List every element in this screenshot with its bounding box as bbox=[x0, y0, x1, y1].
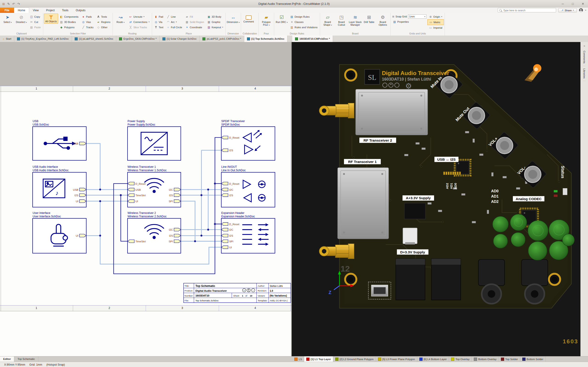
properties-button[interactable]: ▤Properties bbox=[391, 19, 427, 24]
filter-regions[interactable]: ▰Regions bbox=[95, 19, 112, 25]
close-button[interactable]: ✕ bbox=[578, 0, 588, 8]
sheet-port[interactable]: I2C bbox=[169, 228, 181, 231]
tab-tools[interactable]: Tools bbox=[58, 8, 72, 13]
sheet-port[interactable]: I2C bbox=[221, 188, 233, 191]
tab-view[interactable]: View bbox=[29, 8, 43, 13]
polygon-pour-button[interactable]: ▰ Polygon Pour ▾ bbox=[259, 14, 273, 27]
panel-tab-comments[interactable]: Comments bbox=[583, 49, 586, 66]
sheet-port[interactable]: SPI bbox=[221, 240, 233, 242]
filter-polygons[interactable]: ◆Polygons bbox=[58, 25, 80, 30]
sheet-symbol-wireless-transceiver-1[interactable]: Wireless Transceiver 1 Wireless Transcei… bbox=[128, 165, 181, 207]
copy-button[interactable]: ◫Copy bbox=[28, 14, 42, 19]
top-schematic-tab[interactable]: Top Schematic bbox=[14, 357, 38, 362]
maximize-button[interactable]: □ bbox=[568, 0, 578, 8]
slice-tracks-button[interactable]: ╳Slice Tracks bbox=[127, 25, 151, 30]
sheet-port[interactable]: I2C bbox=[221, 228, 233, 231]
filter-3d-bodies[interactable]: ▧3D Bodies bbox=[58, 19, 80, 25]
tab-project[interactable]: Project bbox=[42, 8, 58, 13]
rf-shield-2[interactable] bbox=[356, 89, 428, 135]
place-pad[interactable]: ▮Pad bbox=[153, 14, 165, 19]
layer-tab-l3-power[interactable]: [5] L3 Power Plane Polygon bbox=[376, 357, 417, 362]
place-arc[interactable]: ◠Arc ▾ bbox=[165, 19, 184, 25]
cut-button[interactable]: ✂Cut bbox=[28, 19, 42, 25]
doc-tab-pcb[interactable]: 1603DAT10.CMPcbDoc * bbox=[292, 36, 333, 42]
place-line[interactable]: ╱Line bbox=[165, 14, 184, 19]
layer-tab-top-overlay[interactable]: Top Overlay bbox=[449, 357, 472, 362]
doc-tab[interactable]: jsLabPS3_pcb1.CMPcbDoc * bbox=[200, 36, 244, 42]
deselect-button[interactable]: ⊘ Deselect ▾ bbox=[15, 14, 28, 24]
sheet-port[interactable]: D_Reset bbox=[128, 182, 146, 185]
doc-tab-start[interactable]: ⌂Start bbox=[0, 36, 14, 42]
sheet-port[interactable]: UI bbox=[76, 200, 86, 203]
select-button[interactable]: ➤ Select ▾ bbox=[1, 14, 15, 24]
run-drc-button[interactable]: ☑ Run DRC ▾ bbox=[275, 14, 289, 24]
rf-shield-1[interactable] bbox=[337, 167, 389, 239]
d-supply-regulator[interactable] bbox=[403, 228, 417, 244]
filter-other[interactable]: ◇Other bbox=[95, 25, 112, 30]
board-shape-button[interactable]: ▱Board Shape ▾ bbox=[321, 14, 335, 27]
pcb-3d-view[interactable]: 12 bbox=[292, 42, 580, 356]
rules-violations-button[interactable]: ▥Rules and Violations bbox=[289, 25, 319, 30]
sheet-port[interactable]: SPI bbox=[169, 200, 181, 203]
avatar[interactable] bbox=[579, 8, 583, 12]
sheet-symbol-wireless-transceiver-2[interactable]: Wireless Transceiver 2 Wireless Transcei… bbox=[128, 211, 181, 253]
sheet-port[interactable]: I2S bbox=[169, 234, 181, 237]
sheet-port[interactable]: UI bbox=[128, 200, 138, 203]
sheet-port[interactable]: D_Reset bbox=[221, 182, 239, 185]
place-graphic[interactable]: ▦Graphic bbox=[206, 19, 225, 25]
layer-tab-top-solder[interactable]: Top Solder bbox=[499, 357, 520, 362]
layer-stack-manager-button[interactable]: ≋Layer Stack Manager bbox=[348, 14, 362, 27]
header-connector[interactable] bbox=[432, 259, 461, 300]
audio-jack[interactable] bbox=[522, 259, 548, 304]
board-cutout-button[interactable]: ◳Board Cutout bbox=[335, 14, 348, 27]
sheet-port[interactable]: USB bbox=[128, 188, 141, 191]
editor-tab[interactable]: Editor bbox=[0, 357, 14, 362]
dimension-button[interactable]: ↔ Dimension ▾ bbox=[226, 14, 240, 24]
place-keepout[interactable]: ▨Keepout ▾ bbox=[206, 25, 225, 30]
layer-tab-bottom-overlay[interactable]: Bottom Overlay bbox=[472, 357, 499, 362]
filter-texts[interactable]: ATexts bbox=[95, 14, 112, 19]
doc-tab[interactable]: [1] TinyKey_ErgoDox_PAD_Left.SchDoc bbox=[14, 36, 72, 42]
pcb-3d-editor[interactable]: 12 bbox=[292, 42, 580, 356]
header-connector[interactable] bbox=[396, 259, 425, 300]
layer-tab-bottom-solder[interactable]: Bottom Solder bbox=[520, 357, 546, 362]
sheet-port[interactable]: D_Reset bbox=[221, 136, 239, 139]
sheet-port[interactable]: D_Reset bbox=[221, 222, 239, 225]
sheet-port[interactable]: USB bbox=[73, 188, 86, 191]
minimize-button[interactable]: ─ bbox=[558, 0, 568, 8]
comment-button[interactable]: Comment bbox=[242, 14, 256, 24]
design-rules-button[interactable]: ▤Design Rules bbox=[289, 14, 319, 19]
imperial-button[interactable]: ▭Imperial bbox=[427, 25, 444, 30]
sheet-symbol-power-supply[interactable]: Power Supply Power Supply.SchDoc bbox=[128, 120, 181, 160]
connections-button[interactable]: ⇄Connections ▾ bbox=[127, 19, 151, 25]
sheet-symbol-spdif[interactable]: SPDIF Transceiver SPDIF.SchDoc D bbox=[221, 120, 275, 160]
share-button[interactable]: ↗ Share▾ bbox=[558, 8, 577, 12]
sheet-port[interactable]: I2S bbox=[169, 194, 181, 197]
doc-tab[interactable]: ErgoDox_GKA.CMPcbDoc * bbox=[116, 36, 159, 42]
search-box[interactable] bbox=[498, 8, 556, 12]
file-menu-button[interactable]: File bbox=[0, 8, 14, 13]
layer-tab-l4-bottom[interactable]: [6] L4 Bottom Layer bbox=[417, 357, 449, 362]
place-full-circle[interactable]: ○Full Circle bbox=[165, 25, 184, 30]
account-menu-caret[interactable]: ▾ bbox=[585, 9, 586, 11]
layer-tab-l1-top[interactable]: [1] L1 Top Layer bbox=[304, 357, 333, 362]
layer-tab-ls[interactable]: LS bbox=[292, 357, 304, 362]
sheet-port[interactable]: UI bbox=[76, 234, 86, 237]
tab-outputs[interactable]: Outputs bbox=[72, 8, 89, 13]
sheet-symbol-usb[interactable]: USB USB.SchDoc US bbox=[33, 120, 86, 160]
sheet-port[interactable]: TimeSlot bbox=[128, 240, 146, 242]
sheet-symbol-line-in-out[interactable]: Line IN/OUT Line In Out.SchDoc D_Reset I… bbox=[221, 165, 275, 207]
sheet-port[interactable]: UI bbox=[221, 246, 232, 249]
filter-pads[interactable]: ●Pads bbox=[80, 14, 95, 19]
panel-tab-libraries[interactable]: Libraries bbox=[583, 66, 586, 81]
snap-grid-select[interactable]: 1mm▾ bbox=[408, 15, 426, 19]
board-options-button[interactable]: ⚙Board Options bbox=[376, 14, 390, 27]
sheet-port[interactable]: I2C bbox=[169, 188, 181, 191]
unroute-button[interactable]: ↜Unroute ▾ bbox=[127, 14, 151, 19]
sheet-port[interactable]: I2S bbox=[221, 194, 233, 197]
filter-tracks[interactable]: ╱Tracks bbox=[80, 25, 95, 30]
metric-button[interactable]: ▭Metric bbox=[427, 19, 444, 25]
sheet-symbol-expansion-header[interactable]: Expansion Header Expansion Header.SchDoc bbox=[221, 211, 275, 253]
sheet-port[interactable]: I2S bbox=[221, 234, 233, 237]
pane-splitter[interactable] bbox=[291, 42, 292, 356]
